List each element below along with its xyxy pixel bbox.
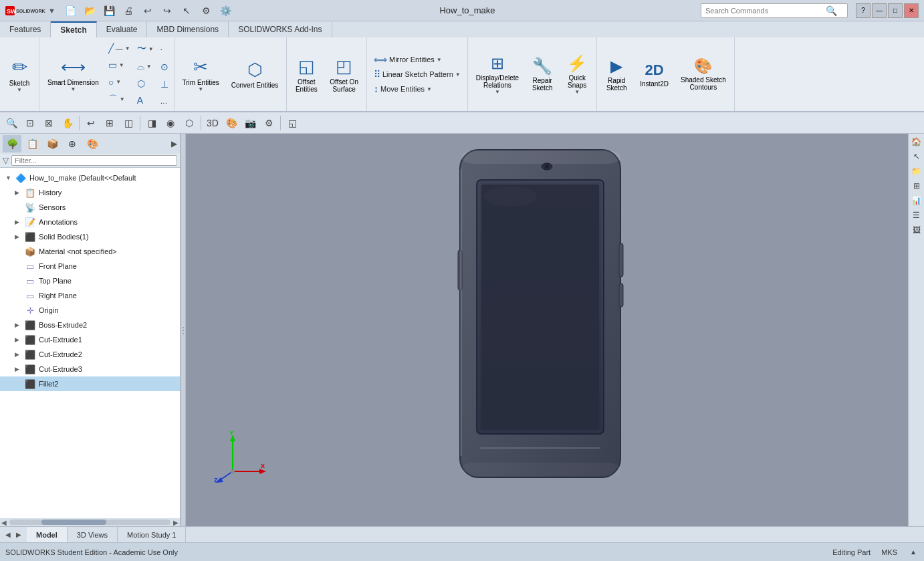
hide-show-btn[interactable]: ◉	[162, 114, 179, 132]
right-chart-btn[interactable]: 📊	[910, 194, 923, 207]
history-expander[interactable]: ▶	[15, 189, 24, 196]
shaded-sketch-contours-btn[interactable]: 🎨 Shaded SketchContours	[675, 41, 731, 108]
cut-extrude3-expander[interactable]: ▶	[15, 366, 24, 372]
mirror-btn-small[interactable]: ⊥	[158, 78, 171, 91]
trim-dropdown-icon[interactable]: ▼	[198, 86, 203, 92]
sketch-dropdown-arrow[interactable]: ▼	[17, 87, 22, 93]
tree-item-boss-extrude2[interactable]: ▶ ⬛ Boss-Extrude2	[0, 318, 180, 332]
tree-item-cut-extrude2[interactable]: ▶ ⬛ Cut-Extrude2	[0, 347, 180, 362]
line-btn[interactable]: ╱—▼	[106, 41, 133, 55]
select-btn[interactable]: ↖	[178, 2, 195, 19]
display-delete-dropdown-icon[interactable]: ▼	[495, 89, 500, 95]
new-file-btn[interactable]: 📄	[62, 2, 79, 19]
panel-tab-config[interactable]: 📦	[43, 135, 62, 152]
open-file-btn[interactable]: 📂	[81, 2, 98, 19]
tab-sketch[interactable]: Sketch	[51, 21, 96, 37]
right-image-btn[interactable]: 🖼	[910, 223, 923, 237]
point-btn[interactable]: ·	[158, 42, 171, 55]
panel-tab-property[interactable]: 📋	[23, 135, 41, 152]
scroll-right-arrow[interactable]: ▶	[172, 519, 180, 526]
mirror-dropdown-icon[interactable]: ▼	[437, 57, 442, 63]
rectangle-btn[interactable]: ▭▼	[106, 58, 133, 72]
search-commands-box[interactable]: 🔍	[701, 3, 848, 18]
right-selection-btn[interactable]: ↖	[910, 150, 923, 163]
options-btn[interactable]: ⚙️	[217, 2, 234, 19]
view-settings-btn[interactable]: ⚙	[260, 114, 277, 132]
redo-btn[interactable]: ↪	[158, 2, 176, 19]
annotations-expander[interactable]: ▶	[15, 219, 24, 225]
convert-entities-btn[interactable]: ⬡ Convert Entities	[226, 41, 284, 108]
panel-tab-feature-tree[interactable]: 🌳	[3, 135, 21, 152]
right-files-btn[interactable]: 📁	[910, 164, 923, 178]
tab-solidworks-addins[interactable]: SOLIDWORKS Add-Ins	[229, 21, 332, 37]
right-list-btn[interactable]: ☰	[910, 209, 923, 222]
zoom-in-btn[interactable]: 🔍	[3, 114, 20, 132]
move-entities-btn[interactable]: ↕ Move Entities ▼	[371, 82, 463, 96]
offset-on-surface-btn[interactable]: ◰ Offset OnSurface	[324, 41, 364, 108]
tab-scroll-left[interactable]: ◀	[3, 530, 13, 540]
viewport[interactable]: Y X Z	[186, 134, 908, 526]
text-btn[interactable]: A	[134, 94, 156, 107]
right-grid-btn[interactable]: ⊞	[910, 179, 923, 193]
panel-tab-center[interactable]: ⊕	[63, 135, 82, 152]
tab-3d-views[interactable]: 3D Views	[68, 527, 118, 542]
centerline-btn[interactable]: ⊙	[158, 60, 171, 74]
offset-entities-btn[interactable]: ◱ OffsetEntities	[290, 41, 323, 108]
panel-resize-handle[interactable]	[181, 134, 186, 526]
trim-entities-btn[interactable]: ✂ Trim Entities ▼	[177, 41, 225, 108]
3d-draw-btn[interactable]: 3D	[204, 114, 221, 132]
tree-item-origin[interactable]: ✛ Origin	[0, 303, 180, 318]
pan-btn[interactable]: ✋	[59, 114, 76, 132]
search-commands-input[interactable]	[705, 7, 826, 15]
repair-sketch-btn[interactable]: 🔧 RepairSketch	[526, 41, 559, 108]
smart-dimension-btn[interactable]: ⟷ Smart Dimension ▼	[42, 41, 104, 108]
right-home-btn[interactable]: 🏠	[910, 135, 923, 148]
panel-tab-appearance[interactable]: 🎨	[83, 135, 102, 152]
tab-mbd[interactable]: MBD Dimensions	[147, 21, 229, 37]
tree-item-cut-extrude1[interactable]: ▶ ⬛ Cut-Extrude1	[0, 332, 180, 347]
display-delete-relations-btn[interactable]: ⊞ Display/DeleteRelations ▼	[471, 41, 524, 108]
panel-expand-arrow[interactable]: ▶	[171, 139, 177, 148]
apply-scene-btn[interactable]: 🎨	[223, 114, 240, 132]
tab-model[interactable]: Model	[27, 527, 68, 542]
render-btn[interactable]: 📷	[241, 114, 259, 132]
zoom-to-area-btn[interactable]: ⊠	[40, 114, 57, 132]
tab-motion-study[interactable]: Motion Study 1	[118, 527, 186, 542]
tree-item-top-plane[interactable]: ▭ Top Plane	[0, 273, 180, 288]
undo-btn[interactable]: ↩	[139, 2, 156, 19]
rebuild-btn[interactable]: ⚙	[197, 2, 215, 19]
instant2d-btn[interactable]: 2D Instant2D	[634, 41, 674, 108]
status-arrow-up[interactable]: ▲	[908, 547, 919, 558]
root-expander[interactable]: ▼	[5, 175, 15, 181]
tab-evaluate[interactable]: Evaluate	[97, 21, 148, 37]
tab-features[interactable]: Features	[0, 21, 51, 37]
save-file-btn[interactable]: 💾	[100, 2, 118, 19]
linear-pattern-dropdown-icon[interactable]: ▼	[455, 72, 461, 78]
tree-item-annotations[interactable]: ▶ 📝 Annotations	[0, 215, 180, 229]
cut-extrude1-expander[interactable]: ▶	[15, 336, 24, 343]
section-view-btn[interactable]: ⬡	[181, 114, 198, 132]
polygon-btn[interactable]: ⬡	[134, 77, 156, 90]
tree-item-material[interactable]: 📦 Material <not specified>	[0, 244, 180, 259]
rapid-sketch-btn[interactable]: ▶ RapidSketch	[600, 41, 633, 108]
solid-bodies-expander[interactable]: ▶	[15, 233, 24, 240]
boss-extrude2-expander[interactable]: ▶	[15, 322, 24, 328]
cut-extrude2-expander[interactable]: ▶	[15, 351, 24, 358]
sketch-btn[interactable]: ✏ Sketch ▼	[3, 41, 36, 108]
quick-snaps-btn[interactable]: ⚡ QuickSnaps ▼	[560, 41, 594, 108]
display-style-btn[interactable]: ◨	[143, 114, 160, 132]
view-orientation-btn[interactable]: ◫	[120, 114, 137, 132]
help-btn[interactable]: ?	[856, 3, 871, 18]
zoom-to-fit-btn[interactable]: ⊡	[21, 114, 39, 132]
print-btn[interactable]: 🖨	[120, 2, 137, 19]
arc-btn[interactable]: ⌒▼	[106, 92, 133, 107]
tree-item-front-plane[interactable]: ▭ Front Plane	[0, 259, 180, 273]
filter-input[interactable]	[11, 155, 177, 166]
spline-btn[interactable]: 〜▼	[134, 41, 156, 56]
tree-item-solid-bodies[interactable]: ▶ ⬛ Solid Bodies(1)	[0, 229, 180, 244]
circle-btn[interactable]: ○▼	[106, 76, 133, 89]
close-btn[interactable]: ✕	[904, 3, 919, 18]
linear-sketch-pattern-btn[interactable]: ⠿ Linear Sketch Pattern ▼	[371, 68, 463, 81]
tree-item-sensors[interactable]: 📡 Sensors	[0, 200, 180, 215]
arrow-dropdown-icon[interactable]: ▼	[48, 7, 55, 15]
